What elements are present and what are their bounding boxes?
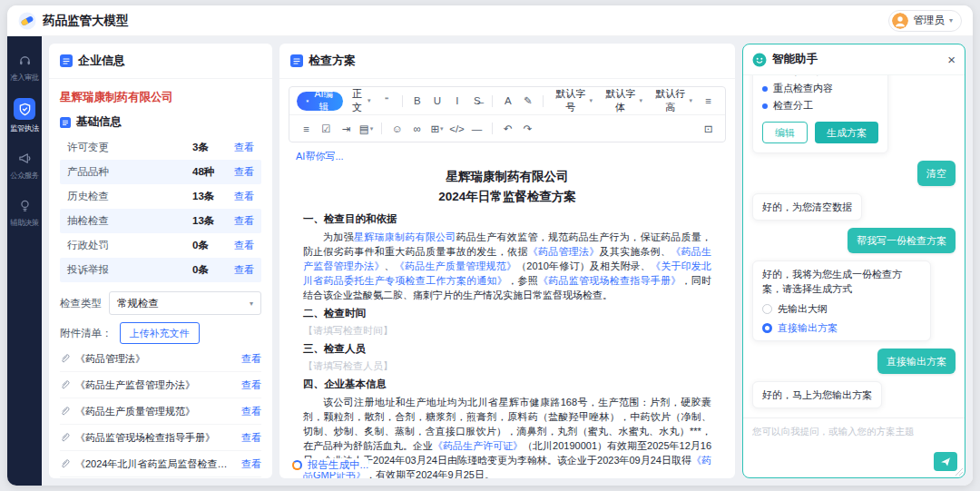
view-link[interactable]: 查看 [241,431,261,445]
close-icon[interactable]: × [947,53,956,66]
view-link[interactable]: 查看 [234,214,254,228]
assistant-message: 好的，马上为您输出方案 [752,381,882,408]
user-message: 直接输出方案 [877,349,956,374]
message-text: 好的，我将为您生成一份检查方案，请选择生成方式 [762,267,921,296]
doc-heading: 三、检查人员 [303,339,711,358]
strikethrough-icon[interactable]: S̶ [467,92,486,111]
outline-item-label: 重点检查内容 [773,80,833,97]
message-text: 好的，为您清空数据 [762,200,852,214]
task-list-icon[interactable]: ☑ [317,119,336,138]
view-link[interactable]: 查看 [234,190,254,203]
basic-info-header: 基础信息 [60,114,261,130]
send-button[interactable] [934,452,957,471]
align-select-icon[interactable]: ▤▾ [357,119,376,138]
resize-handle[interactable] [956,468,963,476]
sidebar-item-headset[interactable]: 准入审批 [7,51,42,83]
assistant-bot-icon [752,53,767,67]
toolbar-separator [492,95,493,107]
message-text: 好的，马上为您输出方案 [762,388,872,402]
doc-link[interactable]: 《药品监管现场检查指导手册》 [538,275,681,286]
font-size-select[interactable]: 默认字号▾ [549,92,598,111]
italic-icon[interactable]: I [447,92,466,111]
attachments-header: 附件清单： 上传补充文件 [60,322,261,344]
ordered-list-icon[interactable]: ≡ [699,92,718,111]
stat-label: 产品品种 [67,165,192,179]
divider-icon[interactable]: — [467,119,486,138]
toolbar-row-2: ≡☑⇥▤▾☺∞⊞▾</>—↶↷⊡ [289,114,725,142]
attachment-name: 《2024年北川省药监局监督检查计划》 [75,457,237,471]
stat-label: 许可变更 [67,141,192,154]
view-link[interactable]: 查看 [234,141,254,154]
upload-file-button[interactable]: 上传补充文件 [120,322,200,344]
app-title: 药品监管大模型 [43,13,129,29]
doc-link[interactable]: 星辉瑞康制药有限公司 [354,231,456,242]
view-link[interactable]: 查看 [234,239,254,252]
toolbar-separator [543,95,544,107]
view-link[interactable]: 查看 [241,457,261,471]
enterprise-panel: 企业信息 星辉瑞康制药有限公司 基础信息 许可变更3条查看产品品种48种查看历史… [49,44,272,478]
sidebar-item-bulb[interactable]: 辅助决策 [7,196,42,229]
highlight-icon[interactable]: ✎ [518,92,537,111]
link-icon[interactable]: ∞ [407,119,426,138]
attachment-row: 《药品监管现场检查指导手册》查看 [60,425,261,451]
underline-icon[interactable]: U [427,92,446,111]
sidebar: 准入审批监管执法公众服务辅助决策 [7,36,42,486]
quote-icon[interactable]: “ [377,92,397,111]
paragraph-style-select[interactable]: 正文▾ [344,92,377,111]
chat-area[interactable]: 监管情况风险分析重点检查内容检查分工编辑生成方案清空好的，为您清空数据帮我写一份… [743,75,965,417]
doc-link[interactable]: 《药品生产许可证》 [433,440,523,451]
doc-placeholder: 【请填写检查时间】 [303,323,711,339]
fullscreen-icon[interactable]: ⊡ [699,119,718,138]
view-link[interactable]: 查看 [241,378,261,392]
sidebar-item-megaphone[interactable]: 公众服务 [7,149,42,182]
radio-option-label: 先输出大纲 [778,301,828,316]
indent-icon[interactable]: ⇥ [337,119,356,138]
bullet-list-icon[interactable]: ≡ [297,119,316,138]
doc-link[interactable]: 《药品管理法》 [528,246,600,257]
assistant-input[interactable] [752,426,956,466]
stat-value: 0条 [192,263,234,277]
doc-placeholder: 【请填写检查人员】 [303,358,711,374]
doc-link[interactable]: 《药品生产质量管理规范》 [395,260,516,271]
stat-value: 48种 [192,165,234,179]
line-height-select[interactable]: 默认行高▾ [649,92,698,111]
view-link[interactable]: 查看 [234,263,254,277]
radio-option[interactable]: 先输出大纲 [762,301,921,316]
view-link[interactable]: 查看 [241,352,261,366]
code-icon[interactable]: </> [447,119,466,138]
edit-button[interactable]: 编辑 [762,122,808,143]
undo-icon[interactable]: ↶ [498,119,517,138]
radio-option[interactable]: 直接输出方案 [762,320,921,335]
redo-icon[interactable]: ↷ [518,119,537,138]
sparkle-icon: ⋆ [305,96,310,105]
ai-edit-button[interactable]: ⋆AI编辑 [297,92,343,111]
user-menu[interactable]: 管理员 ▾ [888,10,962,32]
view-link[interactable]: 查看 [241,405,261,418]
check-type-select[interactable]: 常规检查 ▾ [109,291,261,315]
check-type-row: 检查类型 常规检查 ▾ [60,291,261,315]
stat-label: 行政处罚 [67,239,192,252]
font-family-select[interactable]: 默认字体▾ [599,92,648,111]
editor-panel-header: 检查方案 [279,44,735,79]
app-logo-icon [18,12,36,30]
radio-icon [762,323,772,333]
bold-icon[interactable]: B [407,92,426,111]
shield-icon [14,98,35,120]
bullet-icon [762,103,768,109]
text-color-icon[interactable]: A [498,92,517,111]
company-name: 星辉瑞康制药有限公司 [60,90,261,105]
assistant-panel-title: 智能助手 [772,52,818,67]
editor-document-area[interactable]: AI帮你写... 星辉瑞康制药有限公司 2024年日常监督检查方案 一、检查目的… [279,142,735,478]
stat-row: 产品品种48种查看 [60,160,261,184]
emoji-icon[interactable]: ☺ [387,119,407,138]
doc-heading: 四、企业基本信息 [303,374,711,394]
generate-plan-button[interactable]: 生成方案 [815,122,878,143]
table-icon[interactable]: ⊞▾ [427,119,446,138]
plan-icon [290,54,303,67]
view-link[interactable]: 查看 [234,165,254,179]
sidebar-item-shield[interactable]: 监管执法 [7,98,42,134]
doc-title-plan: 2024年日常监督检查方案 [294,187,720,207]
stat-value: 0条 [192,239,234,252]
stat-row: 抽检检查13条查看 [60,209,261,233]
doc-title-company: 星辉瑞康制药有限公司 [294,167,720,187]
